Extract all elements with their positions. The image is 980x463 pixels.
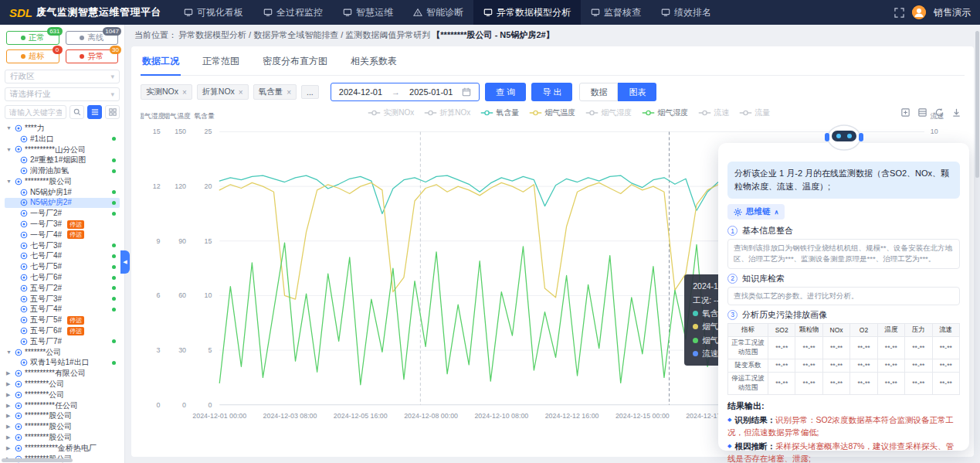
export-button[interactable]: 导 出 <box>531 83 572 101</box>
tree-device-row[interactable]: 双青1号站1#出口 <box>5 358 120 369</box>
nav-item-7[interactable]: 绩效排名 <box>651 0 721 25</box>
stopped-badge: 停运 <box>67 327 84 335</box>
tree-device-row[interactable]: 一号厂4#停运 <box>5 230 120 240</box>
device-icon <box>20 263 28 271</box>
tree-company-row[interactable]: ▶********公司 <box>5 379 120 390</box>
tree-view-button[interactable] <box>105 105 120 119</box>
username[interactable]: 销售演示 <box>934 6 971 19</box>
sidebar: 正常631离线1047超标0异常30 行政区 ▾ 请选择行业 ▾ ▼****力#… <box>0 25 125 463</box>
legend-item[interactable]: 折算NOx <box>424 107 470 118</box>
horizontal-scrollbar[interactable] <box>2 458 73 462</box>
tree-device-row[interactable]: 五号厂5#停运 <box>5 315 120 325</box>
param-tag[interactable]: 氧含量× <box>253 84 297 100</box>
tree-device-row[interactable]: N5锅炉房1# <box>5 187 120 198</box>
vertical-scrollbar[interactable] <box>975 31 979 178</box>
status-chip-2[interactable]: 离线1047 <box>66 31 119 45</box>
tree-device-row[interactable]: 2#重整1#烟囱图 <box>5 155 120 165</box>
chart-view-button[interactable]: 图表 <box>618 83 656 101</box>
caret-down-icon: ▼ <box>6 179 12 184</box>
table-cell: **-** <box>932 336 959 359</box>
date-range-picker[interactable]: 2024-12-01 → 2025-01-01 <box>331 83 480 101</box>
search-button[interactable] <box>70 105 84 119</box>
legend-item[interactable]: 烟气湿度 <box>642 107 688 118</box>
status-chip-3[interactable]: 超标0 <box>6 49 59 63</box>
tree-company-row[interactable]: ▶********股公司 <box>5 421 120 432</box>
nav-item-1[interactable]: 可视化看板 <box>174 0 253 25</box>
keyword-search-input[interactable] <box>5 105 66 119</box>
legend-item[interactable]: 流量 <box>739 107 770 118</box>
toolbox-download-icon[interactable] <box>951 107 961 117</box>
tree-device-row[interactable]: 七号厂3# <box>5 240 120 251</box>
industry-select[interactable]: 请选择行业 ▾ <box>5 87 120 101</box>
nav-item-5[interactable]: 异常数据模型分析 <box>473 0 581 25</box>
status-chip-4[interactable]: 异常30 <box>66 49 119 63</box>
legend-item[interactable]: 烟气湿度 <box>585 107 632 118</box>
legend-item[interactable]: 氧含量 <box>480 107 519 118</box>
tree-company-row[interactable]: ▶********公司 <box>5 390 120 400</box>
tree-device-row[interactable]: 七号厂6# <box>5 272 120 283</box>
tab-4[interactable]: 相关系数表 <box>349 53 398 75</box>
tree-device-row[interactable]: N5锅炉房2# <box>5 198 120 209</box>
tree-device-row[interactable]: 一号厂2# <box>5 208 120 219</box>
robot-avatar-icon[interactable] <box>822 118 866 155</box>
fullscreen-icon[interactable] <box>894 8 904 18</box>
tree-company-row[interactable]: ▼********股公司 <box>5 176 120 187</box>
nav-item-3[interactable]: 智慧运维 <box>333 0 403 25</box>
result-output-title: 结果输出: <box>727 400 960 412</box>
tree-company-row[interactable]: ▶**********任公司 <box>5 400 120 411</box>
legend-item[interactable]: 实测NOx <box>368 107 414 118</box>
remove-tag-icon[interactable]: × <box>239 88 243 97</box>
tree-company-row[interactable]: ▼**********山分公司 <box>5 145 120 155</box>
tab-2[interactable]: 正常范围 <box>201 53 241 75</box>
nav-item-2[interactable]: 全过程监控 <box>253 0 333 25</box>
online-status-dot <box>112 297 116 301</box>
param-tag[interactable]: 折算NOx× <box>197 84 249 100</box>
avatar[interactable] <box>912 5 926 19</box>
tree-company-row[interactable]: ▶***********金桥热电厂 <box>5 443 120 454</box>
tree-device-row[interactable]: 五号厂6#停运 <box>5 325 120 336</box>
svg-text:10: 10 <box>205 291 212 299</box>
status-dot-icon <box>21 54 25 59</box>
tree-company-row[interactable]: ▶********股公司 <box>5 432 120 443</box>
data-view-button[interactable]: 数据 <box>579 83 618 101</box>
tab-1[interactable]: 数据工况 <box>141 53 181 76</box>
tree-company-row[interactable]: ▼*******公司 <box>5 347 120 358</box>
remove-tag-icon[interactable]: × <box>182 88 187 97</box>
tree-company-row[interactable]: ▶**********有限公司 <box>5 368 120 379</box>
tree-device-row[interactable]: 七号厂4# <box>5 251 120 262</box>
nav-item-4[interactable]: 智能诊断 <box>403 0 473 25</box>
toolbox-refresh-icon[interactable] <box>934 107 944 117</box>
tree-device-row[interactable]: 一号厂3#停运 <box>5 219 120 230</box>
param-tag[interactable]: 实测NOx× <box>141 84 192 100</box>
query-button[interactable]: 查 询 <box>485 83 526 101</box>
tree-device-row[interactable]: 五号厂2# <box>5 283 120 294</box>
step-1-content: 查询到该排放口为钢铁行业烧结机机组、规模**、设备安装在北方地区、治理工艺为**… <box>727 239 960 269</box>
tree-device-row[interactable]: 五号厂4# <box>5 305 120 315</box>
industry-select-value: 请选择行业 <box>10 89 51 100</box>
toolbox-mark-icon[interactable] <box>900 107 910 117</box>
tree-device-row[interactable]: #1出口 <box>5 134 120 145</box>
sidebar-collapse-handle[interactable]: ◀ <box>120 250 130 274</box>
more-params-tag[interactable]: ... <box>301 85 319 99</box>
tree-device-row[interactable]: 五号厂3# <box>5 294 120 305</box>
list-view-button[interactable] <box>87 105 102 119</box>
online-status-dot <box>112 339 116 343</box>
status-dot-icon <box>80 36 84 40</box>
gear-icon <box>734 208 742 216</box>
nav-item-6[interactable]: 监督核查 <box>581 0 651 25</box>
remove-tag-icon[interactable]: × <box>287 88 291 97</box>
tree-company-row[interactable]: ▶********股公司 <box>5 411 120 422</box>
legend-item[interactable]: 烟气温度 <box>529 107 575 118</box>
tree-company-row[interactable]: ▼****力 <box>5 123 120 134</box>
legend-item[interactable]: 流速 <box>698 107 729 118</box>
status-chip-1[interactable]: 正常631 <box>6 31 59 45</box>
thought-chain-toggle[interactable]: 思维链 ∧ <box>727 204 785 220</box>
tree-device-row[interactable]: 七号厂5# <box>5 261 120 272</box>
tree-device-row[interactable]: 润滑油加氢 <box>5 165 120 176</box>
chevron-down-icon: ▾ <box>110 73 114 80</box>
region-select[interactable]: 行政区 ▾ <box>5 70 120 83</box>
online-status-dot <box>112 265 116 269</box>
toolbox-dataview-icon[interactable] <box>917 107 927 117</box>
tab-3[interactable]: 密度分布直方图 <box>261 53 329 75</box>
tree-device-row[interactable]: 五号厂7# <box>5 336 120 347</box>
